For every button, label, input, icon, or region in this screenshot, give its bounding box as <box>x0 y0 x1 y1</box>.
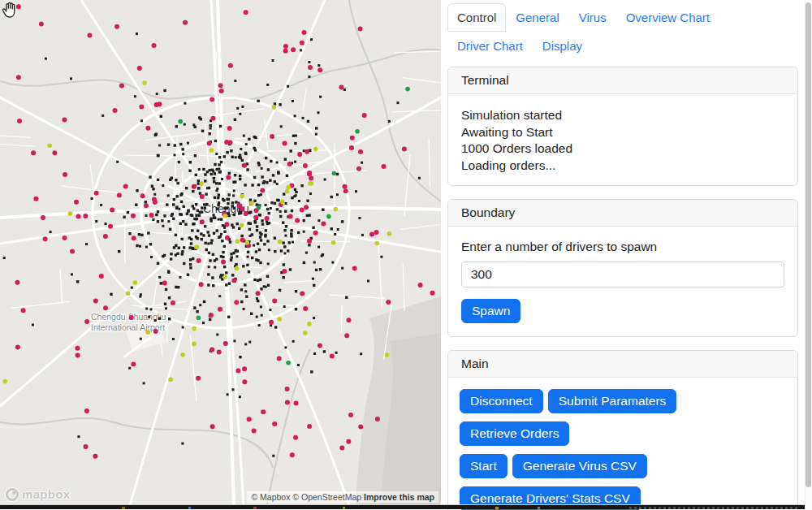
dots-infected <box>133 80 339 382</box>
dots-drivers <box>15 10 391 450</box>
button-row: StartGenerate Virus CSV <box>460 454 786 486</box>
map-canvas[interactable]: Chengdu Shuangliu International Airport … <box>0 0 441 505</box>
boundary-card-body: Enter a number of drivers to spawn Spawn <box>448 227 797 336</box>
terminal-line: Loading orders... <box>461 158 784 175</box>
terminal-card-header: Terminal <box>448 67 797 94</box>
attribution-links[interactable]: © Mapbox © OpenStreetMap <box>251 492 361 502</box>
tab-bar: ControlGeneralVirusOverview ChartDriver … <box>441 0 803 60</box>
disconnect-button[interactable]: Disconnect <box>460 389 543 413</box>
dots-recovered <box>178 87 409 365</box>
retrieve-orders-button[interactable]: Retrieve Orders <box>460 421 569 446</box>
drivers-spawn-label: Enter a number of drivers to spawn <box>461 240 784 254</box>
control-panel: ControlGeneralVirusOverview ChartDriver … <box>441 0 805 510</box>
boundary-card: Boundary Enter a number of drivers to sp… <box>447 199 798 337</box>
mapbox-logo[interactable]: mapbox <box>6 487 70 501</box>
terminal-output: Simulation startedAwaiting to Start1000 … <box>448 94 797 185</box>
spawn-button[interactable]: Spawn <box>461 299 520 323</box>
cards-container: Terminal Simulation startedAwaiting to S… <box>441 60 805 510</box>
scrollbar[interactable] <box>805 0 812 510</box>
start-button[interactable]: Start <box>460 454 508 478</box>
scrollbar-thumb[interactable] <box>806 2 811 487</box>
dots-orders-spread <box>3 32 421 457</box>
improve-map-link[interactable]: Improve this map <box>364 492 434 502</box>
map-dots-layer <box>0 0 441 505</box>
terminal-line: Awaiting to Start <box>461 124 784 141</box>
background-app-strip <box>0 504 805 509</box>
map-attribution: © Mapbox © OpenStreetMap Improve this ma… <box>247 491 438 503</box>
terminal-line: 1000 Orders loaded <box>461 140 784 158</box>
tab-general[interactable]: General <box>506 3 568 32</box>
main-card-header: Main <box>448 351 797 378</box>
drivers-count-input[interactable] <box>461 261 784 287</box>
app-window: Chengdu Shuangliu International Airport … <box>0 0 812 510</box>
tab-virus[interactable]: Virus <box>569 3 616 32</box>
main-card: Main DisconnectSubmit ParamatersRetrieve… <box>447 350 798 510</box>
tab-display[interactable]: Display <box>533 32 592 60</box>
terminal-line: Simulation started <box>461 107 784 124</box>
tab-control[interactable]: Control <box>447 3 506 32</box>
terminal-card: Terminal Simulation startedAwaiting to S… <box>447 67 798 186</box>
tab-overview-chart[interactable]: Overview Chart <box>616 3 719 32</box>
button-row: DisconnectSubmit ParamatersRetrieve Orde… <box>460 389 786 454</box>
submit-paramaters-button[interactable]: Submit Paramaters <box>548 389 677 413</box>
generate-virus-csv-button[interactable]: Generate Virus CSV <box>512 454 647 478</box>
tab-driver-chart[interactable]: Driver Chart <box>447 32 533 60</box>
mapbox-logo-text: mapbox <box>22 487 70 501</box>
boundary-card-header: Boundary <box>448 200 797 227</box>
main-card-body: DisconnectSubmit ParamatersRetrieve Orde… <box>448 378 797 510</box>
mapbox-logo-icon <box>6 488 19 501</box>
dots-orders-core <box>76 89 348 374</box>
hand-cursor-icon <box>0 0 19 21</box>
